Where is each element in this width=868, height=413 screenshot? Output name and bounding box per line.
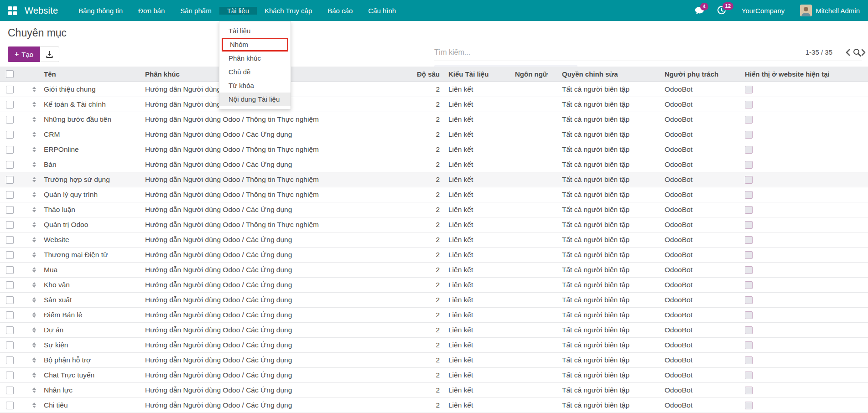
row-checkbox[interactable] <box>6 356 14 364</box>
table-row[interactable]: Sản xuấtHướng dẫn Người dùng Odoo / Các … <box>0 293 868 308</box>
visible-on-website-checkbox[interactable] <box>745 116 753 124</box>
table-row[interactable]: Trường hợp sử dụngHướng dẫn Người dùng O… <box>0 172 868 187</box>
visible-on-website-checkbox[interactable] <box>745 101 753 108</box>
visible-on-website-checkbox[interactable] <box>745 161 753 169</box>
drag-handle-icon[interactable] <box>32 222 36 227</box>
drag-handle-icon[interactable] <box>32 357 36 363</box>
drag-handle-icon[interactable] <box>32 342 36 348</box>
row-checkbox[interactable] <box>6 281 14 289</box>
row-checkbox[interactable] <box>6 221 14 229</box>
drag-handle-icon[interactable] <box>32 117 36 122</box>
visible-on-website-checkbox[interactable] <box>745 221 753 229</box>
column-header-responsible[interactable]: Người phụ trách <box>658 70 738 78</box>
row-checkbox[interactable] <box>6 251 14 259</box>
nav-item-5[interactable]: Khách Truy cập <box>257 7 320 15</box>
column-header-edit-rights[interactable]: Quyền chỉnh sửa <box>556 70 658 78</box>
visible-on-website-checkbox[interactable] <box>745 146 753 154</box>
table-row[interactable]: Chat Trực tuyếnHướng dẫn Người dùng Odoo… <box>0 368 868 383</box>
drag-handle-icon[interactable] <box>32 297 36 303</box>
drag-handle-icon[interactable] <box>32 192 36 197</box>
apps-grid-icon[interactable] <box>8 6 17 15</box>
drag-handle-icon[interactable] <box>32 372 36 378</box>
row-checkbox[interactable] <box>6 326 14 334</box>
dropdown-item[interactable]: Tài liệu <box>219 24 291 38</box>
drag-handle-icon[interactable] <box>32 102 36 107</box>
row-checkbox[interactable] <box>6 206 14 214</box>
column-header-name[interactable]: Tên <box>41 70 145 78</box>
table-row[interactable]: Chi tiêuHướng dẫn Người dùng Odoo / Các … <box>0 398 868 413</box>
table-row[interactable]: Sự kiệnHướng dẫn Người dùng Odoo / Các Ứ… <box>0 338 868 353</box>
visible-on-website-checkbox[interactable] <box>745 387 753 394</box>
visible-on-website-checkbox[interactable] <box>745 86 753 93</box>
activities-button[interactable]: 12 <box>717 6 726 15</box>
dropdown-item[interactable]: Phân khúc <box>219 52 291 65</box>
row-checkbox[interactable] <box>6 176 14 184</box>
drag-handle-icon[interactable] <box>32 387 36 393</box>
nav-item-3[interactable]: Sản phẩm <box>172 7 219 15</box>
dropdown-item[interactable]: Nhóm <box>222 38 288 52</box>
drag-handle-icon[interactable] <box>32 237 36 243</box>
table-row[interactable]: Bộ phận hỗ trợHướng dẫn Người dùng Odoo … <box>0 353 868 368</box>
pager-next-icon[interactable] <box>861 49 866 56</box>
table-row[interactable]: Quản trị OdooHướng dẫn Người dùng Odoo /… <box>0 217 868 232</box>
drag-handle-icon[interactable] <box>32 327 36 333</box>
visible-on-website-checkbox[interactable] <box>745 206 753 214</box>
drag-handle-icon[interactable] <box>32 87 36 92</box>
row-checkbox[interactable] <box>6 101 14 108</box>
table-row[interactable]: Những bước đầu tiênHướng dẫn Người dùng … <box>0 112 868 127</box>
row-checkbox[interactable] <box>6 372 14 379</box>
messages-button[interactable]: 4 <box>695 6 704 15</box>
drag-handle-icon[interactable] <box>32 312 36 318</box>
row-checkbox[interactable] <box>6 86 14 93</box>
table-row[interactable]: CRMHướng dẫn Người dùng Odoo / Các Ứng d… <box>0 127 868 142</box>
table-row[interactable]: ERPOnlineHướng dẫn Người dùng Odoo / Thô… <box>0 142 868 157</box>
table-row[interactable]: Thương mại Điện tửHướng dẫn Người dùng O… <box>0 248 868 263</box>
dropdown-item[interactable]: Chủ đề <box>219 65 291 79</box>
visible-on-website-checkbox[interactable] <box>745 372 753 379</box>
row-checkbox[interactable] <box>6 341 14 349</box>
visible-on-website-checkbox[interactable] <box>745 402 753 409</box>
nav-item-6[interactable]: Báo cáo <box>320 7 360 15</box>
table-row[interactable]: Giới thiệu chungHướng dẫn Người dùng2Liê… <box>0 82 868 97</box>
visible-on-website-checkbox[interactable] <box>745 266 753 274</box>
visible-on-website-checkbox[interactable] <box>745 326 753 334</box>
column-header-depth[interactable]: Độ sâu <box>414 70 442 78</box>
visible-on-website-checkbox[interactable] <box>745 176 753 184</box>
row-checkbox[interactable] <box>6 402 14 409</box>
table-row[interactable]: Kho vậnHướng dẫn Người dùng Odoo / Các Ứ… <box>0 278 868 293</box>
table-row[interactable]: Quản lý quy trìnhHướng dẫn Người dùng Od… <box>0 187 868 202</box>
column-header-visible[interactable]: Hiển thị ở website hiện tại <box>738 70 868 78</box>
visible-on-website-checkbox[interactable] <box>745 131 753 139</box>
row-checkbox[interactable] <box>6 387 14 394</box>
row-checkbox[interactable] <box>6 311 14 319</box>
nav-item-4[interactable]: Tài liệu <box>219 7 257 15</box>
row-checkbox[interactable] <box>6 191 14 199</box>
visible-on-website-checkbox[interactable] <box>745 341 753 349</box>
drag-handle-icon[interactable] <box>32 207 36 212</box>
table-row[interactable]: Kế toán & Tài chínhHướng dẫn Người dùng2… <box>0 97 868 112</box>
row-checkbox[interactable] <box>6 131 14 139</box>
column-header-doc-type[interactable]: Kiểu Tài liệu <box>442 70 508 78</box>
dropdown-item[interactable]: Từ khóa <box>219 79 291 93</box>
drag-handle-icon[interactable] <box>32 162 36 167</box>
table-row[interactable]: Nhân lựcHướng dẫn Người dùng Odoo / Các … <box>0 383 868 398</box>
search-input[interactable] <box>434 48 852 57</box>
table-row[interactable]: Dự ánHướng dẫn Người dùng Odoo / Các Ứng… <box>0 323 868 338</box>
visible-on-website-checkbox[interactable] <box>745 311 753 319</box>
table-row[interactable]: BánHướng dẫn Người dùng Odoo / Các Ứng d… <box>0 157 868 172</box>
nav-item-2[interactable]: Đơn bán <box>130 7 172 15</box>
create-button[interactable]: + Tạo <box>8 46 40 62</box>
visible-on-website-checkbox[interactable] <box>745 281 753 289</box>
company-switcher[interactable]: YourCompany <box>742 7 785 15</box>
visible-on-website-checkbox[interactable] <box>745 191 753 199</box>
visible-on-website-checkbox[interactable] <box>745 356 753 364</box>
drag-handle-icon[interactable] <box>32 267 36 273</box>
export-button[interactable] <box>40 46 59 62</box>
table-row[interactable]: MuaHướng dẫn Người dùng Odoo / Các Ứng d… <box>0 263 868 278</box>
drag-handle-icon[interactable] <box>32 282 36 288</box>
dropdown-item[interactable]: Nội dung Tài liệu <box>219 93 291 106</box>
row-checkbox[interactable] <box>6 266 14 274</box>
table-row[interactable]: Điểm Bán lẻHướng dẫn Người dùng Odoo / C… <box>0 308 868 323</box>
row-checkbox[interactable] <box>6 161 14 169</box>
table-row[interactable]: Thảo luậnHướng dẫn Người dùng Odoo / Các… <box>0 202 868 217</box>
